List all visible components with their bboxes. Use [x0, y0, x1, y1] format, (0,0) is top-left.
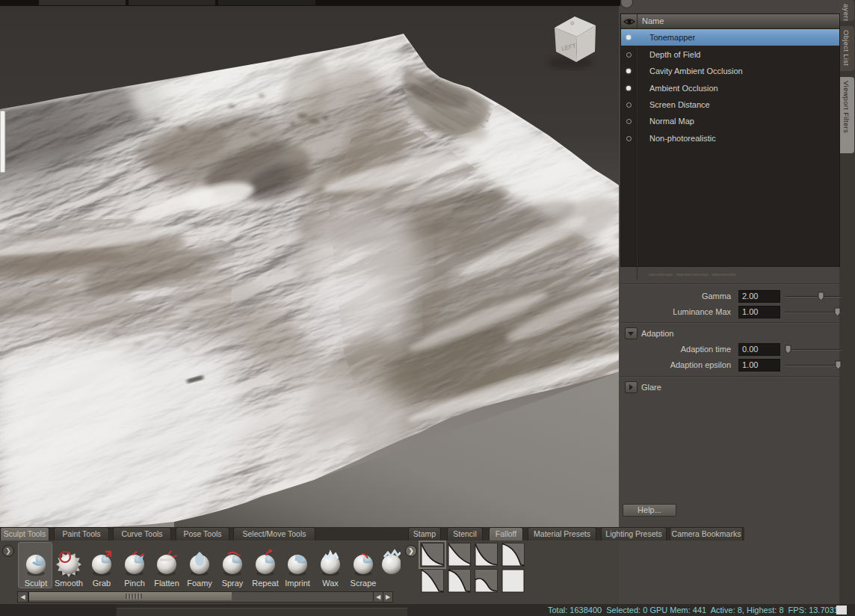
svg-text:Sculpt: Sculpt: [25, 579, 48, 588]
svg-text:⚙: ⚙: [570, 20, 575, 26]
svg-text:Pinch: Pinch: [124, 579, 145, 588]
svg-text:Imprint: Imprint: [285, 579, 310, 588]
svg-text:Repeat: Repeat: [252, 579, 278, 588]
svg-text:Flatten: Flatten: [154, 579, 179, 588]
svg-text:Spray: Spray: [222, 579, 244, 588]
svg-text:Smooth: Smooth: [55, 579, 83, 588]
svg-text:Wax: Wax: [322, 579, 339, 588]
svg-text:Scrape: Scrape: [351, 579, 377, 588]
svg-text:Grab: Grab: [93, 579, 111, 588]
svg-text:Foamy: Foamy: [187, 579, 212, 588]
